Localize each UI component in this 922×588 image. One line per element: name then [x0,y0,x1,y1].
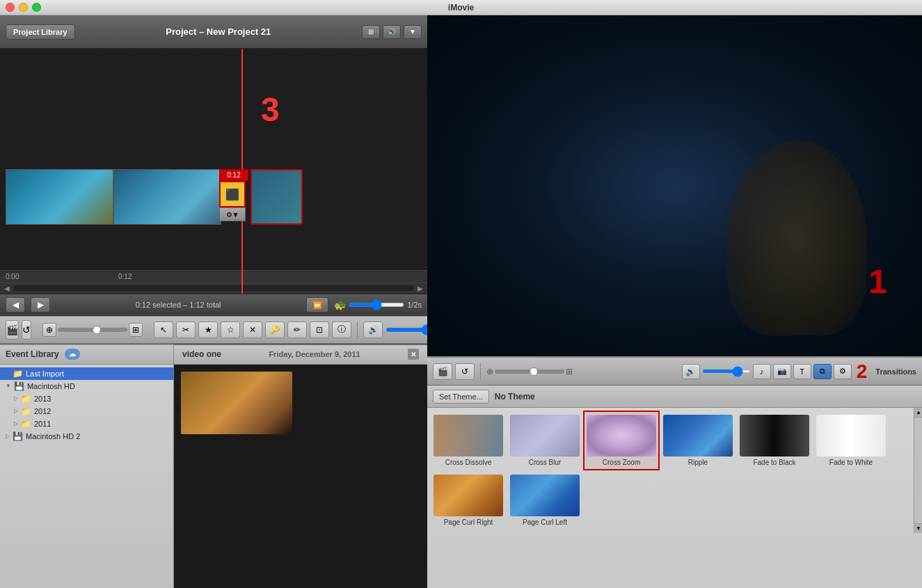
zoom-in-icon: ⊕ [42,323,56,337]
unfavorite-tool[interactable]: ☆ [221,321,240,338]
settings-tool[interactable]: ⚙ [834,364,852,379]
playback-bar: ◀ ▶ 0:12 selected – 1:12 total ⏩ 🐢 1/2s [0,294,427,316]
timeline-scrollbar: ◀ ▶ [0,283,427,294]
tree-label: Macintosh HD [27,382,75,390]
music-tool[interactable]: ♪ [753,364,771,379]
maximize-button[interactable] [32,3,41,12]
close-panel-button[interactable]: ✕ [408,349,419,360]
speed-control: 🐢 1/2s [334,299,422,310]
clips-row: 0:12 ⬛ ⚙▼ [6,169,303,225]
text-tool[interactable]: T [793,364,811,379]
crop-tool[interactable]: ⊡ [310,321,329,338]
favorite-tool[interactable]: ★ [198,321,218,338]
tree-label: 2012 [34,407,51,415]
scroll-up-btn[interactable]: ▲ [914,408,922,418]
events-tool-2[interactable]: 🎬 [433,363,452,380]
clip-3[interactable] [251,169,303,225]
playback-info: 0:12 selected – 1:12 total [56,301,301,309]
transition-cross-zoom[interactable]: Cross Zoom [583,411,660,470]
play-button[interactable]: ▶ [31,297,50,312]
vol-slider-2[interactable] [702,370,751,373]
scroll-down-btn[interactable]: ▼ [914,523,922,533]
zoom-ctrl-2: ⊕ ⊞ [486,367,573,376]
select-tool[interactable]: ↖ [154,321,173,338]
volume-icon[interactable]: 🔊 [363,321,383,338]
rotate-tool[interactable]: ↺ [22,320,31,340]
transition-fade-black[interactable]: Fade to Black [736,411,813,470]
transition-badge[interactable]: 0:12 ⬛ ⚙▼ [219,169,248,221]
events-tool[interactable]: 🎬 [6,320,19,340]
fade-white-label: Fade to White [829,459,873,466]
enhance-tool[interactable]: ✏ [287,321,307,338]
scrollbar-track[interactable] [14,285,413,291]
transitions-panel-label: Transitions [875,367,916,376]
arrow-icon: ▷ [6,370,10,376]
project-library-button[interactable]: Project Library [6,24,75,40]
clip-2[interactable] [113,169,221,225]
transition-icon[interactable]: ⬛ [219,181,246,207]
set-theme-button[interactable]: Set Theme... [433,390,489,404]
close-button[interactable] [6,3,15,12]
separator [480,363,481,380]
tree-item-last-import[interactable]: ▷ 📁 Last Import [0,367,173,380]
tree-item-2012[interactable]: ▷ 📁 2012 [0,405,173,418]
clip-1[interactable] [6,169,113,225]
tree-label: 2013 [34,395,51,403]
transitions-tool-active[interactable]: ⧉ [813,364,832,379]
page-right-label: Page Curl Right [444,518,493,526]
annotation-2: 2 [857,362,868,381]
tree-item-macintosh-hd[interactable]: ▼ 💾 Macintosh HD [0,380,173,392]
info-tool[interactable]: ⓘ [332,321,351,338]
time-mid: 0:12 [118,273,132,280]
annotation-1: 1 [868,262,887,301]
audio-btn[interactable]: 🔊 [383,25,401,39]
share-btn[interactable]: ▼ [404,25,422,39]
zoom-slider-2[interactable] [495,370,564,374]
reject-tool[interactable]: ✕ [243,321,262,338]
transition-cross-dissolve[interactable]: Cross Dissolve [430,411,507,470]
speed-decrease[interactable]: 🐢 [334,299,346,310]
transition-fade-white[interactable]: Fade to White [813,411,889,470]
bottom-section: Event Library ☁ ▷ 📁 Last Import ▼ 💾 Maci… [0,344,427,589]
tree-item-macintosh-hd2[interactable]: ▷ 💾 Macintosh HD 2 [0,430,173,443]
page-left-thumb [510,475,580,516]
project-title: Project – New Project 21 [81,26,356,37]
event-library-header: Event Library ☁ [0,345,173,365]
rotate-tool-2[interactable]: ↺ [455,363,475,380]
right-tool-group: 🔊 ♪ 📷 T ⧉ ⚙ 2 [682,362,868,381]
transitions-panel: 🎬 ↺ ⊕ ⊞ 🔊 ♪ 📷 T ⧉ [427,356,922,588]
transitions-scrollbar[interactable]: ▲ ▼ [914,408,922,533]
event-library: Event Library ☁ ▷ 📁 Last Import ▼ 💾 Maci… [0,344,174,589]
photo-tool[interactable]: 📷 [773,364,791,379]
transition-gear[interactable]: ⚙▼ [219,207,246,221]
skip-btn[interactable]: ⏩ [306,297,328,312]
scroll-right-icon[interactable]: ▶ [416,285,424,292]
speed-slider[interactable] [349,303,404,307]
transition-page-right[interactable]: Page Curl Right [430,470,507,530]
separator-3 [357,321,358,338]
transition-cross-blur[interactable]: Cross Blur [507,411,583,470]
project-toolbar: Project Library Project – New Project 21… [0,15,427,49]
trim-tool[interactable]: ✂ [176,321,196,338]
transitions-toolbar: 🎬 ↺ ⊕ ⊞ 🔊 ♪ 📷 T ⧉ [427,358,922,386]
cross-zoom-label: Cross Zoom [603,459,640,466]
zoom-out-icon: ⊞ [129,323,143,337]
zoom-slider[interactable] [58,328,127,332]
cloud-icon[interactable]: ☁ [65,349,80,360]
tree-item-2013[interactable]: ▷ 📁 2013 [0,392,173,405]
transition-ripple[interactable]: Ripple [660,411,736,470]
tree-label: Macintosh HD 2 [26,432,80,440]
transition-page-left[interactable]: Page Curl Left [507,470,583,530]
play-back-button[interactable]: ◀ [6,297,25,312]
volume-tool[interactable]: 🔊 [682,364,700,379]
scroll-left-icon[interactable]: ◀ [3,285,11,292]
tree-item-2011[interactable]: ▷ 📁 2011 [0,418,173,430]
keyword-tool[interactable]: 🔑 [265,321,285,338]
drive-icon: 💾 [14,381,24,391]
video-title: video one [182,349,221,359]
page-right-thumb [434,475,503,516]
video-thumbnail[interactable] [181,372,292,434]
minimize-button[interactable] [19,3,28,12]
view-toggle-btn[interactable]: ⊞ [362,25,380,39]
cross-dissolve-thumb [434,415,503,456]
